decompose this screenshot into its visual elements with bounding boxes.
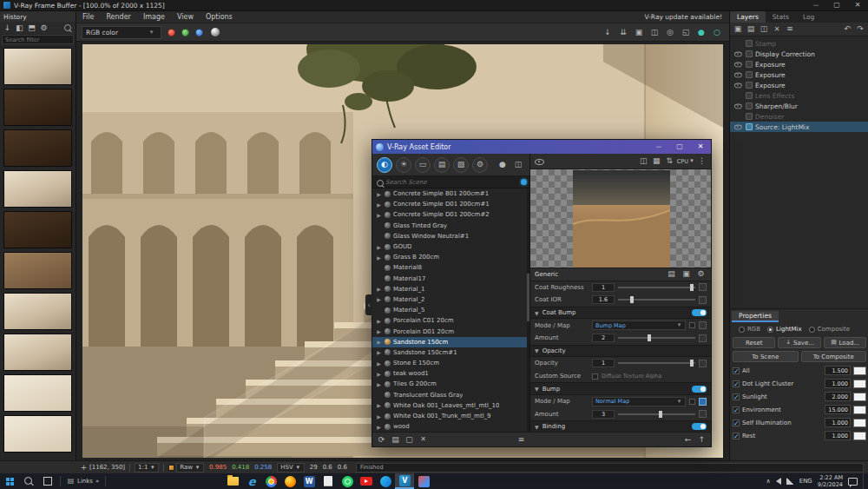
material-list-item[interactable]: ▶White Oak 001_Leaves_mtl_mtl_10	[372, 400, 529, 411]
coat-bump-checkbox[interactable]	[689, 322, 695, 328]
visibility-eye-icon[interactable]	[733, 102, 742, 109]
lightmix-checkbox[interactable]	[733, 380, 740, 387]
links-expand-icon[interactable]: »	[95, 478, 99, 485]
visibility-eye-icon[interactable]	[733, 123, 742, 130]
history-thumbnail[interactable]	[3, 89, 72, 126]
expand-arrow-icon[interactable]: ▶	[376, 371, 382, 377]
lightmix-checkbox[interactable]	[733, 393, 740, 400]
param-view-icon[interactable]	[666, 268, 677, 280]
asset-editor-title-bar[interactable]: V-Ray Asset Editor	[372, 140, 711, 154]
material-list-item[interactable]: ▶White Oak 001_Trunk_mtl_mtl_9	[372, 411, 529, 421]
zoom-dropdown[interactable]: 1:1	[135, 463, 159, 472]
history-thumbnail[interactable]	[3, 374, 72, 412]
to-scene-button[interactable]: To Scene	[733, 351, 799, 362]
delete-asset-button[interactable]	[418, 434, 429, 446]
volume-icon[interactable]	[776, 478, 781, 485]
back-navigation-icon[interactable]	[682, 434, 694, 446]
history-thumbnail[interactable]	[3, 252, 72, 289]
vfb-region-render-button[interactable]	[679, 25, 693, 39]
category-materials-button[interactable]	[377, 157, 392, 173]
layer-row[interactable]: Exposure	[730, 69, 868, 80]
material-list-item[interactable]: ▶Sandstone 150cm#1	[372, 347, 529, 358]
material-list-item[interactable]: ▶Sandstone 150cm	[372, 337, 529, 347]
coat-bump-amount-slider[interactable]	[618, 337, 695, 339]
engine-select-dropdown[interactable]: CPU	[677, 155, 694, 167]
category-textures-button[interactable]	[453, 157, 469, 173]
history-thumbnail[interactable]	[3, 48, 72, 85]
history-thumbnail[interactable]	[3, 129, 72, 167]
taskbar-app-chrome[interactable]	[261, 473, 280, 489]
expand-arrow-icon[interactable]: ▶	[376, 349, 382, 355]
taskbar-app-edge-legacy[interactable]	[242, 473, 261, 489]
show-desktop-button[interactable]	[863, 473, 866, 489]
taskbar-app-photos[interactable]	[414, 473, 433, 489]
load-button[interactable]: Load...	[824, 337, 866, 348]
expand-arrow-icon[interactable]: ▶	[376, 191, 382, 197]
history-thumbnail[interactable]	[3, 211, 72, 248]
channel-select-dropdown[interactable]: RGB color	[82, 26, 161, 39]
coat-bump-amount-map-slot[interactable]	[699, 334, 707, 342]
material-list-item[interactable]: Glass Window Neutral#1	[372, 231, 529, 241]
bump-checkbox[interactable]	[689, 399, 695, 405]
coat-roughness-input[interactable]: 1	[592, 283, 615, 292]
coat-ior-map-slot[interactable]	[699, 296, 707, 304]
material-list-scrollbar[interactable]	[527, 188, 529, 432]
category-geometries-button[interactable]	[415, 157, 431, 173]
close-button[interactable]	[847, 0, 868, 10]
display-mode-dropdown[interactable]: Raw	[176, 463, 204, 472]
clock[interactable]: 2:22 AM 9/2/2024	[818, 474, 843, 488]
lightmix-value-input[interactable]: 1.000	[825, 431, 851, 440]
history-thumbnail[interactable]	[3, 334, 72, 371]
material-list-item[interactable]: ▶Concrete Simple D01 200cm#2	[372, 209, 529, 220]
lightmix-checkbox[interactable]	[733, 420, 740, 426]
material-list-item[interactable]: ▶GOUD	[372, 241, 529, 252]
delete-layer-button[interactable]	[771, 23, 783, 36]
undo-button[interactable]	[841, 23, 853, 36]
sync-assets-button[interactable]	[376, 434, 387, 446]
redo-button[interactable]	[854, 23, 866, 36]
asset-tree-icon[interactable]	[516, 434, 527, 446]
taskbar-app-firefox[interactable]	[280, 473, 299, 489]
red-channel-button[interactable]	[168, 29, 175, 36]
vray-update-notice[interactable]: V-Ray update available!	[644, 13, 722, 21]
layer-row[interactable]: Denoiser	[730, 111, 868, 122]
taskbar-app-youtube[interactable]	[357, 473, 376, 489]
visibility-eye-icon[interactable]	[733, 50, 742, 57]
minimize-button[interactable]	[648, 140, 669, 154]
material-list-item[interactable]: ▶Tiles G 200cm	[372, 379, 529, 389]
lightmix-value-input[interactable]: 1.000	[825, 418, 851, 427]
taskbar-app-whatsapp[interactable]	[338, 473, 357, 489]
coat-ior-slider[interactable]	[618, 299, 695, 301]
lightmix-value-input[interactable]: 1.500	[825, 366, 851, 375]
save-asset-button[interactable]	[404, 434, 415, 446]
material-list-item[interactable]: ▶teak wood1	[372, 368, 529, 379]
history-search-input[interactable]	[2, 35, 74, 44]
material-list-item[interactable]: Glass Tinted Gray	[372, 221, 529, 231]
lightmix-value-input[interactable]: 1.000	[825, 379, 851, 388]
search-filter-toggle[interactable]	[521, 179, 527, 185]
preview-visibility-eye-icon[interactable]	[534, 157, 544, 166]
save-button[interactable]: Save...	[778, 337, 820, 348]
title-bar[interactable]: V-Ray Frame Buffer - [100.0% of 2000 x 1…	[0, 0, 868, 11]
links-toolbar[interactable]: Links »	[63, 478, 102, 486]
bump-amount-slider[interactable]	[618, 413, 695, 415]
material-list-item[interactable]: Material17	[372, 274, 529, 284]
material-list-item[interactable]: Material8	[372, 262, 529, 273]
history-save-history-button[interactable]	[2, 23, 13, 34]
properties-tab[interactable]: Properties	[732, 311, 779, 322]
binding-section-header[interactable]: ▼ Binding	[530, 420, 711, 432]
layer-row[interactable]: Stamp	[730, 38, 868, 49]
tab-log[interactable]: Log	[796, 11, 821, 23]
history-compare-vertical-button[interactable]	[26, 23, 37, 34]
lightmix-color-swatch[interactable]	[853, 406, 866, 414]
history-thumbnail[interactable]	[3, 415, 72, 453]
preview-menu-icon[interactable]	[696, 155, 707, 167]
bump-amount-input[interactable]: 3	[592, 410, 615, 419]
material-list-item[interactable]: ▶Concrete Simple D01 200cm#1	[372, 199, 529, 209]
lightmix-color-swatch[interactable]	[853, 380, 866, 388]
reset-button[interactable]: Reset	[733, 337, 775, 348]
menu-item-image[interactable]: Image	[137, 11, 171, 23]
lightmix-checkbox[interactable]	[733, 406, 740, 413]
taskbar-app-word[interactable]	[299, 473, 319, 489]
asset-search-input[interactable]	[385, 179, 519, 186]
